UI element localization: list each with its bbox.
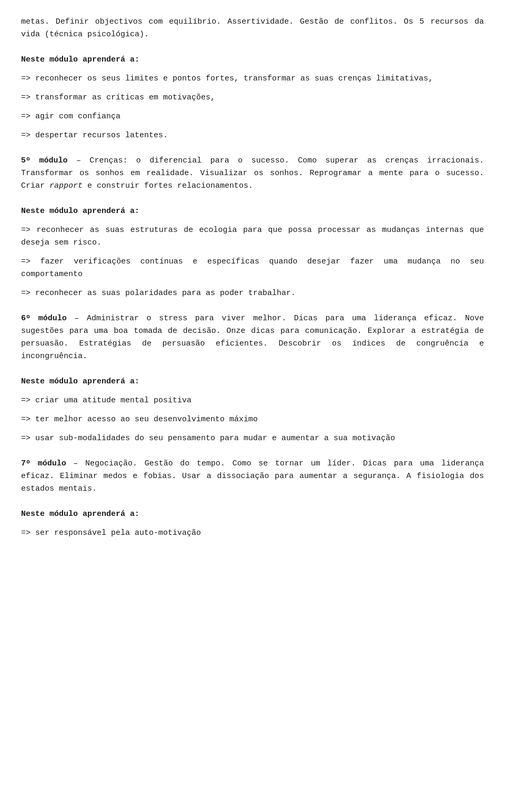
module4-learn-heading: Neste módulo aprenderá a: xyxy=(21,54,484,66)
module5-label: 5º módulo xyxy=(21,156,67,165)
page-content: metas. Definir objectivos com equilíbrio… xyxy=(21,16,484,540)
module5-section: 5º módulo – Crenças: o diferencial para … xyxy=(21,155,484,192)
module7-section: 7º módulo – Negociação. Gestão do tempo.… xyxy=(21,458,484,495)
module5-learn-section: Neste módulo aprenderá a: => reconhecer … xyxy=(21,205,484,300)
module5-text-end: e construir fortes relacionamentos. xyxy=(83,181,253,190)
module6-section: 6º módulo – Administrar o stress para vi… xyxy=(21,312,484,363)
module6-learn-section: Neste módulo aprenderá a: => criar uma a… xyxy=(21,375,484,445)
intro-text: metas. Definir objectivos com equilíbrio… xyxy=(21,16,484,41)
module7-text: 7º módulo – Negociação. Gestão do tempo.… xyxy=(21,458,484,495)
module6-learn-item-2: => ter melhor acesso ao seu desenvolvime… xyxy=(21,413,484,426)
module6-learn-item-3: => usar sub-modalidades do seu pensament… xyxy=(21,432,484,445)
module6-label: 6º módulo xyxy=(21,314,67,323)
module4-learn-item-2: => transformar as críticas em motivações… xyxy=(21,92,484,104)
module5-learn-item-1: => reconhecer as suas estruturas de ecol… xyxy=(21,224,484,249)
module4-learn-item-1: => reconhecer os seus limites e pontos f… xyxy=(21,73,484,85)
module6-learn-heading: Neste módulo aprenderá a: xyxy=(21,375,484,388)
module5-learn-item-3: => reconhecer as suas polaridades para a… xyxy=(21,287,484,300)
module7-learn-item-1: => ser responsável pela auto-motivação xyxy=(21,527,484,540)
module4-learn-section: Neste módulo aprenderá a: => reconhecer … xyxy=(21,54,484,142)
module6-text: 6º módulo – Administrar o stress para vi… xyxy=(21,312,484,363)
module5-italic: rapport xyxy=(49,181,83,190)
module7-learn-section: Neste módulo aprenderá a: => ser respons… xyxy=(21,508,484,540)
module6-text-after: – Administrar o stress para viver melhor… xyxy=(21,314,484,361)
module5-learn-heading: Neste módulo aprenderá a: xyxy=(21,205,484,218)
module4-learn-item-4: => despertar recursos latentes. xyxy=(21,129,484,142)
module7-label: 7º módulo xyxy=(21,459,66,468)
module7-text-after: – Negociação. Gestão do tempo. Como se t… xyxy=(21,459,484,493)
module4-learn-item-3: => agir com confiança xyxy=(21,110,484,123)
intro-section: metas. Definir objectivos com equilíbrio… xyxy=(21,16,484,41)
module5-learn-item-2: => fazer verificações contínuas e especí… xyxy=(21,256,484,281)
module5-text: 5º módulo – Crenças: o diferencial para … xyxy=(21,155,484,192)
module6-learn-item-1: => criar uma atitude mental positiva xyxy=(21,394,484,407)
module7-learn-heading: Neste módulo aprenderá a: xyxy=(21,508,484,521)
